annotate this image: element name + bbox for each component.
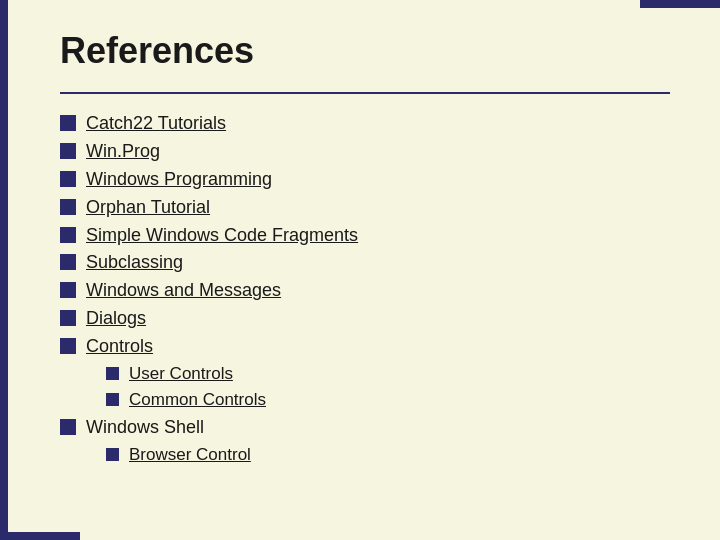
list-item-label: Windows Programming (86, 166, 272, 194)
bullet-icon (60, 419, 76, 435)
bullet-icon (60, 338, 76, 354)
list-item-label: Simple Windows Code Fragments (86, 222, 358, 250)
list-item: Windows and Messages (60, 277, 670, 305)
sub-list-item-label: Common Controls (129, 387, 266, 413)
main-list: Catch22 TutorialsWin.ProgWindows Program… (60, 110, 670, 468)
sub-list: Browser Control (106, 442, 251, 468)
list-item-label: Win.Prog (86, 138, 160, 166)
sub-bullet-icon (106, 367, 119, 380)
page-title: References (60, 30, 670, 72)
sub-list-item: User Controls (106, 361, 266, 387)
list-item: Dialogs (60, 305, 670, 333)
sub-bullet-icon (106, 393, 119, 406)
list-item: ControlsUser ControlsCommon Controls (60, 333, 670, 414)
bullet-icon (60, 115, 76, 131)
slide: References Catch22 TutorialsWin.ProgWind… (0, 0, 720, 540)
bullet-icon (60, 310, 76, 326)
list-item-label: Dialogs (86, 305, 146, 333)
accent-top-right (640, 0, 720, 8)
bullet-icon (60, 282, 76, 298)
accent-left (0, 0, 8, 540)
bullet-icon (60, 171, 76, 187)
list-item: Win.Prog (60, 138, 670, 166)
bullet-icon (60, 143, 76, 159)
title-divider (60, 92, 670, 94)
sub-bullet-icon (106, 448, 119, 461)
list-item-label: Catch22 Tutorials (86, 110, 226, 138)
sub-list-item: Browser Control (106, 442, 251, 468)
list-item-label: Controls (86, 333, 153, 361)
bullet-icon (60, 199, 76, 215)
list-item: Windows Programming (60, 166, 670, 194)
accent-bottom-left (0, 532, 80, 540)
list-item-label: Orphan Tutorial (86, 194, 210, 222)
list-item: Subclassing (60, 249, 670, 277)
list-item: Windows ShellBrowser Control (60, 414, 670, 468)
list-item-label: Windows and Messages (86, 277, 281, 305)
bullet-icon (60, 227, 76, 243)
sub-list: User ControlsCommon Controls (106, 361, 266, 414)
bullet-icon (60, 254, 76, 270)
list-item-label: Subclassing (86, 249, 183, 277)
list-item-label: Windows Shell (86, 414, 204, 442)
sub-list-item: Common Controls (106, 387, 266, 413)
list-item: Simple Windows Code Fragments (60, 222, 670, 250)
list-item: Orphan Tutorial (60, 194, 670, 222)
list-item: Catch22 Tutorials (60, 110, 670, 138)
sub-list-item-label: User Controls (129, 361, 233, 387)
sub-list-item-label: Browser Control (129, 442, 251, 468)
